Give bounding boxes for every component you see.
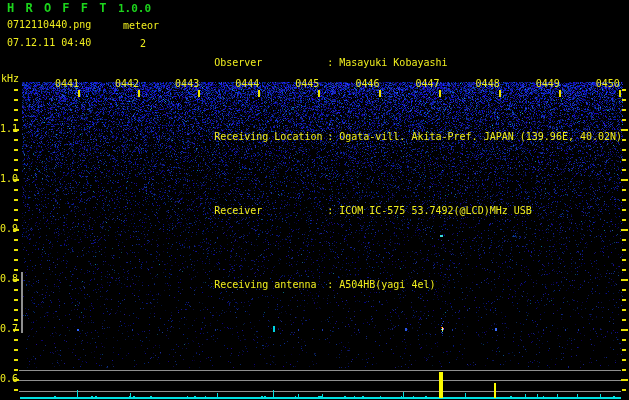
freq-axis-unit-label: kHz bbox=[1, 74, 19, 84]
metadata-value: Ogata-vill. Akita-Pref. JAPAN (139.96E, … bbox=[339, 131, 622, 142]
time-axis-label: 0443 bbox=[173, 79, 199, 89]
metadata-value: Masayuki Kobayashi bbox=[339, 57, 447, 68]
app-version: 1.0.0 bbox=[118, 2, 151, 15]
time-axis-label: 0444 bbox=[233, 79, 259, 89]
time-axis-label: 0447 bbox=[414, 79, 440, 89]
meteor-counter-label: meteor bbox=[123, 20, 159, 31]
time-axis-label: 0449 bbox=[534, 79, 560, 89]
station-metadata: Observer:Masayuki Kobayashi Receiving Lo… bbox=[178, 7, 622, 341]
metadata-value: A504HB(yagi 4el) bbox=[339, 279, 435, 290]
freq-axis-label: 1.1 bbox=[0, 124, 13, 134]
metadata-label: Receiver bbox=[214, 205, 327, 217]
metadata-separator: : bbox=[327, 131, 333, 142]
metadata-row-location: Receiving Location:Ogata-vill. Akita-Pre… bbox=[178, 119, 622, 155]
meteor-count-value: 2 bbox=[140, 38, 146, 49]
capture-datetime: 07.12.11 04:40 bbox=[7, 37, 91, 48]
metadata-row-antenna: Receiving antenna:A504HB(yagi 4el) bbox=[178, 267, 622, 303]
metadata-separator: : bbox=[327, 279, 333, 290]
metadata-value: ICOM IC-575 53.7492(@LCD)MHz USB bbox=[339, 205, 532, 216]
time-axis-label: 0442 bbox=[113, 79, 139, 89]
time-axis-label: 0450 bbox=[594, 79, 620, 89]
metadata-label: Receiving Location bbox=[214, 131, 327, 143]
metadata-label: Observer bbox=[214, 57, 327, 69]
time-axis-label: 0445 bbox=[293, 79, 319, 89]
hrofft-screen: H R O F F T 1.0.0 0712110440.png meteor … bbox=[0, 0, 629, 400]
freq-axis-label: 0.6 bbox=[0, 374, 13, 384]
metadata-separator: : bbox=[327, 57, 333, 68]
time-axis-label: 0446 bbox=[354, 79, 380, 89]
freq-axis-label: 0.7 bbox=[0, 324, 13, 334]
capture-filename: 0712110440.png bbox=[7, 19, 91, 30]
metadata-row-observer: Observer:Masayuki Kobayashi bbox=[178, 45, 622, 81]
metadata-row-receiver: Receiver:ICOM IC-575 53.7492(@LCD)MHz US… bbox=[178, 193, 622, 229]
freq-axis-label: 0.9 bbox=[0, 224, 13, 234]
metadata-label: Receiving antenna bbox=[214, 279, 327, 291]
time-axis-label: 0441 bbox=[53, 79, 79, 89]
freq-axis-label: 0.8 bbox=[0, 274, 13, 284]
time-axis-label: 0448 bbox=[474, 79, 500, 89]
app-title: H R O F F T bbox=[7, 1, 108, 15]
freq-axis-label: 1.0 bbox=[0, 174, 13, 184]
metadata-separator: : bbox=[327, 205, 333, 216]
